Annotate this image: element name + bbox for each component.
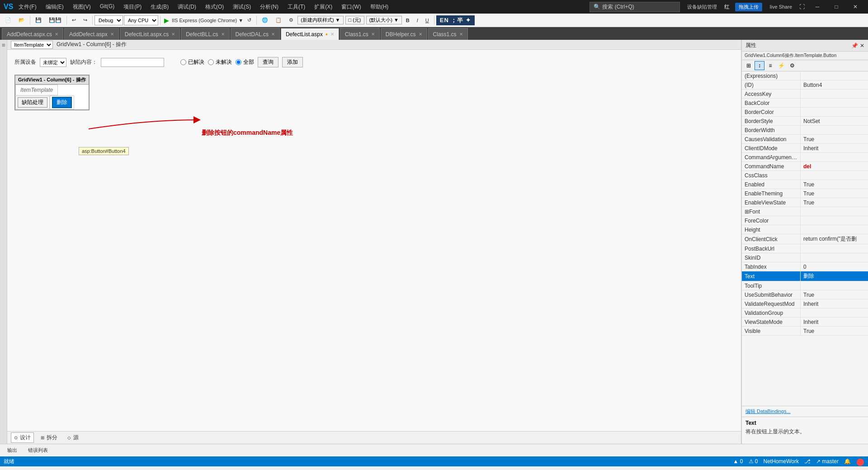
- menu-file[interactable]: 文件(F): [17, 2, 38, 12]
- default-size-btn[interactable]: (默认大小) ▼: [366, 16, 402, 24]
- accessibility-icon[interactable]: ⛶: [799, 4, 805, 10]
- tab-close-icon[interactable]: ✕: [110, 32, 114, 37]
- prop-row-id[interactable]: (ID) Button4: [742, 81, 868, 90]
- prop-row-height[interactable]: Height: [742, 225, 868, 234]
- defect-input[interactable]: [101, 58, 164, 67]
- tab-defectlist-cs[interactable]: DefectList.aspx.cs ✕: [120, 28, 180, 40]
- new-file-button[interactable]: 📄: [2, 15, 14, 26]
- tab-class1-2[interactable]: Class1.cs ✕: [428, 28, 468, 40]
- prop-row-commandname[interactable]: CommandName del: [742, 162, 868, 171]
- prop-properties-btn[interactable]: ≡: [765, 61, 775, 70]
- tab-design[interactable]: ⊙ 设计: [11, 432, 34, 443]
- prop-alphabetical-btn[interactable]: ↕: [755, 61, 764, 70]
- delete-button[interactable]: 删除: [52, 97, 72, 108]
- open-file-button[interactable]: 📂: [15, 15, 28, 26]
- tab-close-icon[interactable]: ✕: [330, 32, 334, 37]
- tab-close-icon[interactable]: ✕: [171, 32, 175, 37]
- radio-all[interactable]: 全部: [236, 58, 254, 66]
- notification-icon[interactable]: 🔔: [844, 458, 851, 465]
- menu-build[interactable]: 生成(B): [149, 2, 170, 12]
- tab-split[interactable]: ⊞ 拆分: [38, 432, 61, 443]
- tab-close-icon[interactable]: ✕: [271, 32, 275, 37]
- menu-extensions[interactable]: 扩展(X): [312, 2, 334, 12]
- radio-unresolved[interactable]: 未解决: [208, 58, 232, 66]
- defect-process-button[interactable]: 缺陷处理: [18, 97, 47, 108]
- profile-avatar[interactable]: 红: [724, 3, 730, 11]
- prop-row-borderstyle[interactable]: BorderStyle NotSet: [742, 117, 868, 126]
- prop-row-clientidmode[interactable]: ClientIDMode Inherit: [742, 144, 868, 153]
- prop-row-backcolor[interactable]: BackColor: [742, 99, 868, 108]
- tab-dbhelper[interactable]: DBHelper.cs ✕: [381, 28, 427, 40]
- tab-close-icon[interactable]: ✕: [221, 32, 225, 37]
- tab-defectbll[interactable]: DefectBLL.cs ✕: [181, 28, 229, 40]
- prop-events-btn[interactable]: ⚡: [776, 61, 786, 70]
- browser-button[interactable]: 🌐: [259, 15, 271, 26]
- tab-adddefect-cs[interactable]: AddDefect.aspx.cs ✕: [2, 28, 63, 40]
- search-box[interactable]: 🔍 搜索 (Ctrl+Q): [590, 2, 680, 12]
- menu-edit[interactable]: 编辑(E): [44, 2, 66, 12]
- prop-categorized-btn[interactable]: ⊞: [744, 61, 754, 70]
- new-template-label[interactable]: (新建内联样式) ▼: [297, 16, 343, 24]
- prop-close-icon[interactable]: ✕: [860, 43, 864, 49]
- device-dropdown[interactable]: 未绑定: [40, 58, 66, 67]
- tab-adddefect-aspx[interactable]: AddDefect.aspx ✕: [64, 28, 119, 40]
- prop-row-enabletheming[interactable]: EnableTheming True: [742, 189, 868, 198]
- save-all-button[interactable]: 💾💾: [46, 15, 65, 26]
- tab-class1[interactable]: Class1.cs ✕: [340, 28, 380, 40]
- prop-row-enableviewstate[interactable]: EnableViewState True: [742, 198, 868, 207]
- server-explorer-icon[interactable]: ⊞: [1, 43, 6, 47]
- radio-resolved-input[interactable]: [180, 59, 186, 65]
- prop-row-forecolor[interactable]: ForeColor: [742, 216, 868, 225]
- query-button[interactable]: 查询: [258, 57, 278, 67]
- prop-row-tooltip[interactable]: ToolTip: [742, 281, 868, 290]
- radio-resolved[interactable]: 已解决: [180, 58, 204, 66]
- tab-defectdal[interactable]: DefectDAL.cs ✕: [231, 28, 280, 40]
- prop-row-bordercolor[interactable]: BorderColor: [742, 108, 868, 117]
- tab-close-icon[interactable]: ✕: [371, 32, 375, 37]
- menu-analyze[interactable]: 分析(N): [258, 2, 280, 12]
- prop-row-accesskey[interactable]: AccessKey: [742, 90, 868, 99]
- format-code-btn[interactable]: □ (元): [345, 16, 364, 24]
- menu-help[interactable]: 帮助(H): [368, 2, 391, 12]
- live-share-btn[interactable]: Iive Share: [769, 4, 792, 9]
- menu-tools[interactable]: 工具(T): [286, 2, 307, 12]
- menu-project[interactable]: 项目(P): [122, 2, 143, 12]
- prop-row-tabindex[interactable]: TabIndex 0: [742, 262, 868, 271]
- tab-close-icon[interactable]: ✕: [419, 32, 422, 37]
- save-button[interactable]: 💾: [32, 15, 45, 26]
- menu-format[interactable]: 格式(O): [203, 2, 226, 12]
- prop-row-usesubmitbehavior[interactable]: UseSubmitBehavior True: [742, 290, 868, 299]
- prop-settings-btn[interactable]: ⚙: [787, 61, 797, 70]
- prop-row-enabled[interactable]: Enabled True: [742, 180, 868, 189]
- debug-config-select[interactable]: Debug: [94, 15, 123, 25]
- add-button[interactable]: 添加: [282, 57, 303, 67]
- prop-row-onclientclick[interactable]: OnClientClick return confirm("是否删: [742, 234, 868, 244]
- prop-row-commandargument[interactable]: CommandArgumen…: [742, 153, 868, 162]
- databindings-link[interactable]: 编辑 DataBindings...: [745, 408, 791, 414]
- prop-row-skinid[interactable]: SkinID: [742, 253, 868, 262]
- prop-row-cssclass[interactable]: CssClass: [742, 171, 868, 180]
- minimize-button[interactable]: ─: [808, 0, 826, 14]
- tab-close-icon[interactable]: ✕: [55, 32, 58, 37]
- close-button[interactable]: ✕: [846, 0, 864, 14]
- menu-view[interactable]: 视图(V): [71, 2, 93, 12]
- prop-row-font[interactable]: ⊞ Font: [742, 207, 868, 216]
- upload-btn[interactable]: 拖拽上传: [735, 3, 762, 11]
- tab-source[interactable]: ◇ 源: [64, 432, 82, 443]
- run-button[interactable]: ▶: [162, 15, 171, 26]
- prop-row-visible[interactable]: Visible True: [742, 327, 868, 336]
- radio-all-input[interactable]: [236, 59, 241, 65]
- maximize-button[interactable]: □: [827, 0, 845, 14]
- tab-close-icon[interactable]: ✕: [459, 32, 463, 37]
- run-label[interactable]: IIS Express (Google Chrome) ▼: [172, 18, 243, 23]
- tab-defectlist-aspx[interactable]: DefectList.aspx • ✕: [281, 28, 339, 40]
- redo-button[interactable]: ↪: [80, 15, 90, 26]
- prop-row-postbackurl[interactable]: PostBackUrl: [742, 244, 868, 253]
- menu-debug[interactable]: 调试(D): [176, 2, 198, 12]
- prop-pin-icon[interactable]: 📌: [851, 43, 858, 49]
- toolbar-btn-extra1[interactable]: 📋: [272, 15, 285, 26]
- prop-row-viewstatemode[interactable]: ViewStateMode Inherit: [742, 318, 868, 327]
- prop-row-expressions[interactable]: (Expressions): [742, 71, 868, 81]
- template-type-select[interactable]: ItemTemplate: [11, 41, 53, 49]
- prop-row-borderwidth[interactable]: BorderWidth: [742, 126, 868, 135]
